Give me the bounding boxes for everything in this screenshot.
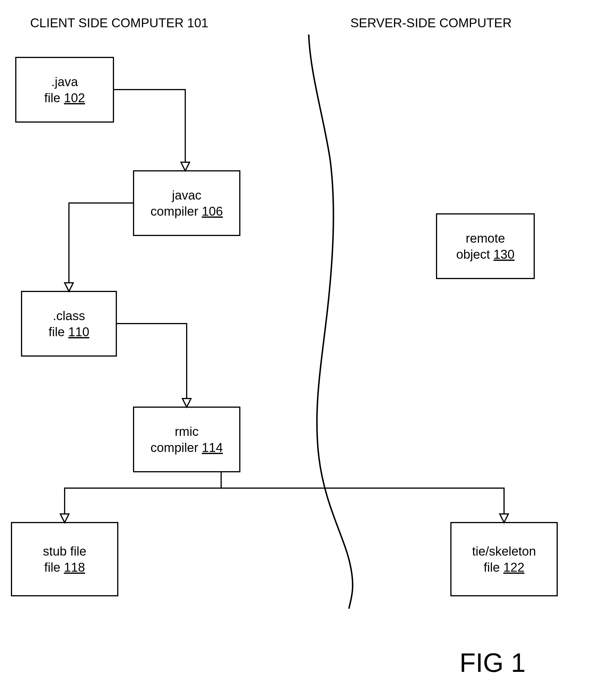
- box-class-line1: .class: [53, 309, 85, 323]
- header-left: CLIENT SIDE COMPUTER 101: [30, 16, 208, 30]
- svg-rect-5: [437, 214, 534, 279]
- diagram-canvas: CLIENT SIDE COMPUTER 101 SERVER-SIDE COM…: [0, 0, 606, 700]
- svg-marker-7: [181, 162, 190, 171]
- box-java-file: .java file 102: [16, 57, 113, 122]
- arrow-rmic-split: [60, 472, 508, 523]
- box-javac-compiler: javac compiler 106: [134, 171, 240, 236]
- box-rmic-compiler: rmic compiler 114: [134, 407, 240, 472]
- box-tie-line2: file 122: [484, 560, 525, 574]
- svg-marker-10: [60, 514, 69, 523]
- box-javac-line2: compiler 106: [150, 204, 223, 218]
- figure-label: FIG 1: [460, 648, 526, 677]
- box-java-file-line2: file 102: [44, 91, 85, 105]
- box-stub-file: stub file file 118: [11, 523, 118, 596]
- svg-rect-1: [134, 171, 240, 236]
- svg-marker-9: [182, 399, 191, 407]
- box-stub-line1: stub file: [43, 544, 87, 558]
- box-tie-skeleton-file: tie/skeleton file 122: [451, 523, 557, 596]
- box-javac-line1: javac: [171, 188, 202, 202]
- svg-rect-6: [451, 523, 557, 596]
- box-class-line2: file 110: [49, 325, 89, 339]
- box-rmic-line2: compiler 114: [150, 440, 223, 455]
- svg-rect-2: [22, 291, 116, 356]
- box-tie-line1: tie/skeleton: [472, 544, 536, 558]
- arrow-javac-to-class: [65, 203, 134, 291]
- box-class-file: .class file 110: [22, 291, 116, 356]
- arrow-class-to-rmic: [116, 323, 191, 407]
- svg-rect-0: [16, 57, 113, 122]
- svg-marker-11: [500, 514, 508, 523]
- header-right: SERVER-SIDE COMPUTER: [350, 16, 512, 30]
- arrow-java-to-javac: [113, 90, 190, 171]
- box-rmic-line1: rmic: [174, 425, 199, 438]
- box-stub-line2: file 118: [44, 560, 85, 574]
- box-remote-object: remote object 130: [437, 214, 534, 279]
- box-remote-line1: remote: [466, 231, 505, 245]
- divider-curve: [309, 34, 353, 609]
- box-java-file-line1: .java: [51, 75, 78, 89]
- box-remote-line2: object 130: [456, 247, 514, 261]
- svg-marker-8: [65, 283, 73, 291]
- svg-rect-3: [134, 407, 240, 472]
- svg-rect-4: [11, 523, 118, 596]
